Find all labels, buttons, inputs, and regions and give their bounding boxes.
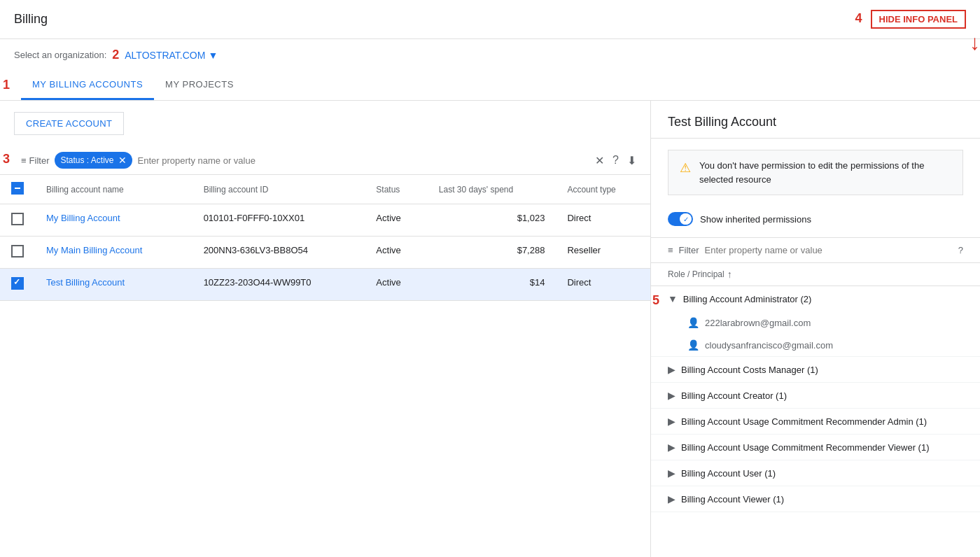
col-header-checkbox bbox=[0, 175, 35, 204]
org-selector[interactable]: ALTOSTRAT.COM ▼ bbox=[125, 50, 218, 61]
col-header-status: Status bbox=[365, 175, 427, 204]
row2-checkbox[interactable] bbox=[11, 245, 24, 258]
role-header-usage-admin[interactable]: ▶ Billing Account Usage Commitment Recom… bbox=[651, 409, 980, 434]
expand-icon[interactable]: ▶ bbox=[668, 493, 676, 505]
member-email-1: 222larabrown@gmail.com bbox=[705, 318, 811, 328]
filter-chip-remove[interactable]: ✕ bbox=[118, 155, 127, 166]
row2-spend-cell: $7,288 bbox=[428, 237, 556, 269]
role-header-creator[interactable]: ▶ Billing Account Creator (1) bbox=[651, 383, 980, 408]
row3-account-link[interactable]: Test Billing Account bbox=[46, 277, 125, 288]
role-principal-label: Role / Principal bbox=[668, 269, 724, 279]
inherited-permissions-toggle[interactable]: ✓ bbox=[668, 212, 693, 226]
create-account-button[interactable]: CREATE ACCOUNT bbox=[14, 112, 124, 135]
hide-info-panel-button[interactable]: HIDE INFO PANEL bbox=[871, 10, 966, 29]
role-header-viewer[interactable]: ▶ Billing Account Viewer (1) bbox=[651, 486, 980, 512]
role-filter-input[interactable] bbox=[704, 245, 952, 255]
top-bar: Billing 4 HIDE INFO PANEL ↓ bbox=[0, 0, 980, 39]
row2-checkbox-cell bbox=[0, 237, 35, 269]
row3-checkbox[interactable] bbox=[11, 277, 24, 290]
tab-my-projects[interactable]: MY PROJECTS bbox=[154, 71, 245, 100]
filter-clear-icon[interactable]: ✕ bbox=[595, 154, 604, 167]
role-filter-bar: ≡ Filter ? bbox=[651, 238, 980, 263]
main-layout: CREATE ACCOUNT 3 ≡ Filter Status : Activ… bbox=[0, 101, 980, 557]
table-row: My Main Billing Account 200NN3-636LV3-BB… bbox=[0, 237, 650, 269]
table-area: Billing account name Billing account ID … bbox=[0, 175, 650, 557]
left-panel: CREATE ACCOUNT 3 ≡ Filter Status : Activ… bbox=[0, 101, 651, 557]
select-all-checkbox[interactable] bbox=[11, 182, 24, 195]
role-name-admin: Billing Account Administrator (2) bbox=[683, 294, 963, 304]
role-header-admin[interactable]: ▼ Billing Account Administrator (2) bbox=[651, 286, 980, 311]
filter-chip-status[interactable]: Status : Active ✕ bbox=[55, 152, 132, 169]
toggle-row: ✓ Show inherited permissions bbox=[651, 206, 980, 238]
role-group-usage-admin: ▶ Billing Account Usage Commitment Recom… bbox=[651, 409, 980, 435]
role-name-usage-admin: Billing Account Usage Commitment Recomme… bbox=[681, 416, 963, 427]
role-filter-icon: ≡ bbox=[668, 245, 673, 255]
row1-status-cell: Active bbox=[365, 204, 427, 237]
person-icon: 👤 bbox=[687, 339, 699, 351]
annotation-5-num: 5 bbox=[652, 293, 659, 308]
filter-icon-label: ≡ Filter bbox=[21, 155, 49, 166]
expand-icon[interactable]: ▶ bbox=[668, 416, 676, 427]
filter-actions: ✕ ? ⬇ bbox=[595, 154, 636, 167]
role-name-user: Billing Account User (1) bbox=[681, 468, 963, 479]
filter-text: Filter bbox=[29, 155, 50, 166]
role-group-viewer: ▶ Billing Account Viewer (1) bbox=[651, 486, 980, 512]
expand-icon[interactable]: ▶ bbox=[668, 442, 676, 453]
row3-status-cell: Active bbox=[365, 269, 427, 301]
row1-id-cell: 010101-F0FFF0-10XX01 bbox=[192, 204, 365, 237]
expand-icon[interactable]: ▶ bbox=[668, 364, 676, 375]
org-bar: Select an organization: 2 ALTOSTRAT.COM … bbox=[0, 39, 980, 71]
role-header-costs[interactable]: ▶ Billing Account Costs Manager (1) bbox=[651, 357, 980, 382]
filter-input[interactable] bbox=[138, 155, 590, 166]
hide-panel-wrapper: 4 HIDE INFO PANEL ↓ bbox=[871, 10, 966, 29]
row1-name-cell: My Billing Account bbox=[35, 204, 192, 237]
row3-type-cell: Direct bbox=[556, 269, 650, 301]
header-right: 4 HIDE INFO PANEL ↓ bbox=[871, 10, 966, 29]
role-principal-header: Role / Principal ↑ bbox=[651, 263, 980, 286]
billing-accounts-table: Billing account name Billing account ID … bbox=[0, 175, 650, 301]
annotation-3-num: 3 bbox=[3, 152, 10, 167]
annotation-2-num: 2 bbox=[112, 48, 119, 62]
tabs-bar: 1 MY BILLING ACCOUNTS MY PROJECTS bbox=[0, 71, 980, 101]
dropdown-arrow-icon: ▼ bbox=[208, 50, 218, 61]
role-filter-text: Filter bbox=[679, 245, 699, 255]
role-filter-help-icon[interactable]: ? bbox=[958, 245, 963, 255]
annotation-1-num: 1 bbox=[3, 78, 10, 92]
row2-account-link[interactable]: My Main Billing Account bbox=[46, 245, 142, 255]
table-row: 4 Test Billing Account 10ZZ23-203O44-WW9… bbox=[0, 269, 650, 301]
col-header-type: Account type bbox=[556, 175, 650, 204]
row3-id-cell: 10ZZ23-203O44-WW99T0 bbox=[192, 269, 365, 301]
annotation-arrow: ↓ bbox=[969, 31, 980, 55]
expand-icon[interactable]: ▶ bbox=[668, 467, 676, 479]
warning-text: You don't have permission to edit the pe… bbox=[699, 159, 951, 186]
annotation-4-num: 4 bbox=[855, 11, 862, 26]
filter-help-icon[interactable]: ? bbox=[612, 154, 619, 167]
table-row: My Billing Account 010101-F0FFF0-10XX01 … bbox=[0, 204, 650, 237]
role-header-user[interactable]: ▶ Billing Account User (1) bbox=[651, 460, 980, 486]
row1-spend-cell: $1,023 bbox=[428, 204, 556, 237]
sort-icon[interactable]: ↑ bbox=[727, 269, 732, 280]
row1-account-link[interactable]: My Billing Account bbox=[46, 213, 120, 223]
toggle-label: Show inherited permissions bbox=[700, 214, 811, 225]
member-item: 👤 222larabrown@gmail.com bbox=[651, 311, 980, 334]
tab-billing-accounts[interactable]: MY BILLING ACCOUNTS bbox=[21, 71, 154, 100]
member-email-2: cloudysanfrancisco@gmail.com bbox=[705, 340, 833, 351]
org-name: ALTOSTRAT.COM bbox=[125, 50, 205, 61]
filter-bar: 3 ≡ Filter Status : Active ✕ ✕ ? ⬇ bbox=[0, 146, 650, 175]
create-account-area: CREATE ACCOUNT bbox=[0, 101, 650, 146]
row3-name-cell: Test Billing Account bbox=[35, 269, 192, 301]
info-panel-title: Test Billing Account bbox=[651, 101, 980, 139]
warning-icon: ⚠ bbox=[680, 160, 691, 176]
collapse-icon[interactable]: ▼ bbox=[668, 293, 678, 304]
role-group-creator: ▶ Billing Account Creator (1) bbox=[651, 383, 980, 409]
row3-spend-cell: $14 bbox=[428, 269, 556, 301]
filter-download-icon[interactable]: ⬇ bbox=[627, 154, 636, 167]
roles-list: 5 ▼ Billing Account Administrator (2) 👤 … bbox=[651, 286, 980, 512]
expand-icon[interactable]: ▶ bbox=[668, 390, 676, 401]
row2-status-cell: Active bbox=[365, 237, 427, 269]
role-name-viewer: Billing Account Viewer (1) bbox=[681, 494, 963, 505]
row2-name-cell: My Main Billing Account bbox=[35, 237, 192, 269]
filter-lines-icon: ≡ bbox=[21, 155, 27, 166]
row1-checkbox[interactable] bbox=[11, 213, 24, 225]
role-header-usage-viewer[interactable]: ▶ Billing Account Usage Commitment Recom… bbox=[651, 435, 980, 460]
